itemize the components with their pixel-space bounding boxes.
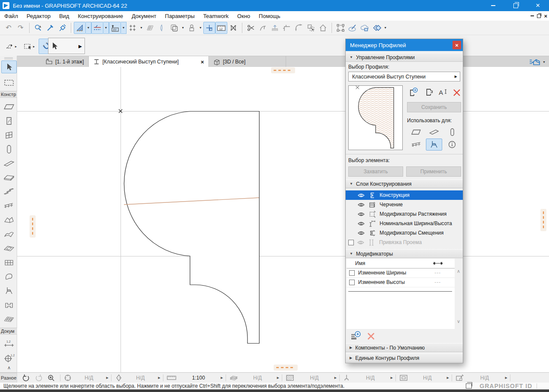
dimension-units-button[interactable]: 12	[215, 22, 227, 34]
mdi-close-icon[interactable]: ×	[544, 13, 547, 19]
tool-stair[interactable]	[1, 185, 17, 198]
delete-profile-button[interactable]	[452, 88, 461, 97]
skewed-grid-button[interactable]	[144, 22, 156, 34]
menu-window[interactable]: Окно	[233, 11, 254, 21]
rename-profile-button[interactable]: A	[437, 87, 449, 98]
trim-button[interactable]	[281, 22, 293, 34]
tool-arrow[interactable]	[1, 60, 17, 73]
tool-railing[interactable]	[1, 199, 17, 212]
dimension-style-segment[interactable]: Н/Д ▶	[340, 373, 395, 383]
restore-button[interactable]	[504, 0, 527, 11]
menu-edit[interactable]: Редактор	[22, 11, 55, 21]
fillet-button[interactable]	[293, 22, 305, 34]
use-for-info[interactable]	[444, 139, 460, 151]
marquee-method-button[interactable]: ▸	[21, 39, 38, 54]
menu-file[interactable]: Файл	[0, 11, 22, 21]
menu-teamwork[interactable]: Teamwork	[199, 11, 233, 21]
coordinates-button[interactable]: XY	[109, 22, 121, 34]
toolbox-drag-handle[interactable]	[4, 57, 13, 59]
tab-profile-editor[interactable]: [Классический Выступ Ступени] ×	[89, 56, 209, 67]
adjust-button[interactable]	[257, 22, 269, 34]
panel-components[interactable]: ▶ Компоненты - По Умолчанию	[346, 343, 463, 352]
suspend-groups-dropdown[interactable]: ▼	[198, 22, 203, 33]
tab-3d[interactable]: [3D / Все]	[209, 56, 286, 67]
minimize-button[interactable]	[482, 0, 504, 11]
modifier-row-width[interactable]: Изменение Ширины ---	[347, 268, 455, 278]
layer-row-offset-modifiers[interactable]: Модификаторы Смещения	[346, 228, 463, 238]
coordinates-dropdown[interactable]: ▼	[121, 22, 127, 34]
redo-button[interactable]: ↷	[15, 22, 27, 34]
snap-guides-dropdown[interactable]: ▼	[103, 22, 109, 34]
menu-help[interactable]: Помощь	[254, 11, 284, 21]
mdi-minimize-icon[interactable]	[531, 15, 534, 16]
tool-column[interactable]	[1, 143, 17, 156]
apply-button[interactable]: Применить	[406, 166, 461, 177]
model-view-segment[interactable]: Н/Д ▶	[282, 373, 339, 383]
tool-dimension[interactable]: 1.2	[1, 337, 17, 350]
eye-icon[interactable]	[358, 202, 365, 207]
survey-point-button[interactable]	[203, 22, 215, 34]
onion-skin-button[interactable]	[168, 22, 180, 34]
pick-up-parameters-button[interactable]	[44, 22, 56, 34]
eye-icon[interactable]	[358, 212, 365, 217]
delete-modifier-button[interactable]	[366, 332, 376, 341]
onion-skin-dropdown[interactable]: ▼	[180, 22, 186, 33]
toolbox-section-document[interactable]: Докум	[0, 328, 17, 335]
tool-morph[interactable]	[1, 270, 17, 283]
graphisoft-id[interactable]: GRAPHISOFT ID	[480, 383, 532, 389]
height-modifier-checkbox[interactable]	[349, 280, 355, 285]
panel-manage-profiles[interactable]: ▼ Управление Профилями	[346, 53, 463, 62]
split-button[interactable]	[245, 22, 257, 34]
tool-slab[interactable]	[1, 171, 17, 184]
window-stack-icon[interactable]	[466, 383, 472, 389]
tab-floor-plan[interactable]: [1. 1-й этаж]	[41, 56, 89, 67]
use-for-column[interactable]	[444, 126, 460, 138]
scroll-up-arrow[interactable]: ∧	[455, 268, 462, 274]
profile-select-combo[interactable]: Классический Выступ Ступени ▶	[348, 72, 460, 81]
use-for-object[interactable]	[426, 139, 442, 151]
use-for-beam[interactable]	[426, 126, 442, 138]
dialog-title-bar[interactable]: Менеджер Профилей ×	[346, 39, 463, 51]
orientation-segment[interactable]: Н/Д ▶	[60, 373, 111, 383]
grid-snap-button[interactable]	[127, 22, 139, 34]
layer-row-opening-reference[interactable]: Привязка Проема	[346, 238, 463, 247]
frame-segment[interactable]: Н/Д ▶	[396, 373, 452, 383]
nav-back-button[interactable]	[22, 374, 30, 382]
undo-button[interactable]: ↶	[3, 22, 15, 34]
tool-window[interactable]	[1, 129, 17, 142]
eye-icon[interactable]	[358, 231, 365, 235]
add-modifier-button[interactable]	[350, 331, 362, 341]
eye-icon[interactable]	[357, 240, 364, 245]
bimcloud-button[interactable]	[359, 22, 371, 34]
close-button[interactable]: ×	[527, 0, 549, 11]
navigator-button[interactable]: ▼	[525, 56, 548, 67]
guide-lines-dropdown[interactable]: ▼	[86, 22, 91, 34]
guide-lines-button[interactable]	[74, 22, 86, 34]
snap-guides-button[interactable]	[91, 22, 103, 34]
home-story-button[interactable]	[317, 22, 329, 34]
elevate-button[interactable]	[269, 22, 281, 34]
toolbox-scroll-more[interactable]: ∧	[1, 364, 17, 371]
pen-set-segment[interactable]: Н/Д ▶	[112, 373, 163, 383]
tool-marquee[interactable]	[1, 76, 17, 89]
renovation-segment[interactable]: Н/Д ▶	[452, 373, 510, 383]
grid-snap-dropdown[interactable]: ▼	[139, 22, 144, 33]
width-modifier-checkbox[interactable]	[349, 270, 355, 276]
menu-document[interactable]: Документ	[127, 11, 161, 21]
scale-segment[interactable]: 1:100 ▶	[163, 373, 226, 383]
teamwork-palettes-button[interactable]	[371, 22, 383, 34]
tool-curtain-wall[interactable]	[1, 256, 17, 269]
mirrored-grid-button[interactable]	[156, 22, 168, 34]
nav-forward-button[interactable]	[35, 374, 43, 382]
teamwork-palettes-dropdown[interactable]: ▼	[383, 22, 388, 33]
modifier-row-height[interactable]: Изменение Высоты ---	[347, 277, 455, 287]
tool-object[interactable]	[1, 284, 17, 297]
eye-icon[interactable]	[358, 221, 365, 226]
tab-close-icon[interactable]: ×	[201, 59, 204, 65]
tool-mesh[interactable]	[1, 313, 17, 326]
toolbox-section-construction[interactable]: Констр	[0, 91, 17, 98]
tool-roof[interactable]	[1, 214, 17, 226]
inject-parameters-button[interactable]	[56, 22, 68, 34]
tool-level-dimension[interactable]: 1.2	[1, 351, 17, 364]
layer-row-drafting[interactable]: Черчение	[346, 200, 463, 209]
